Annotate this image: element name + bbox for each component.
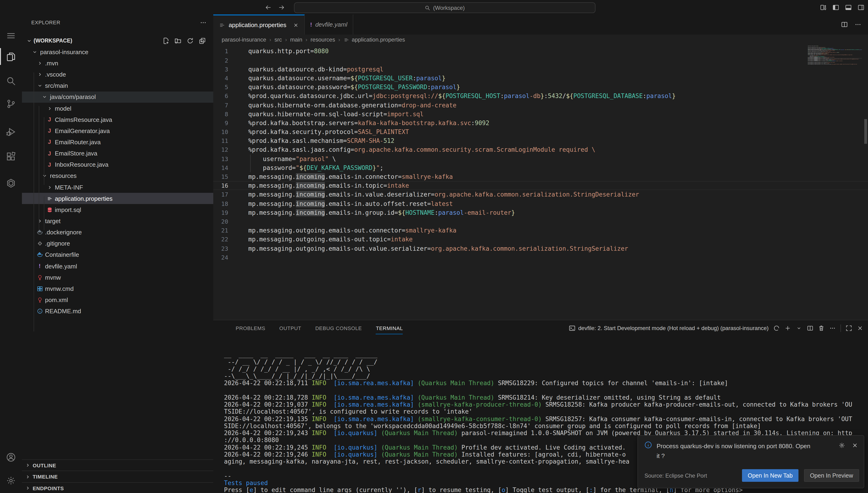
tree-item-.mvn[interactable]: .mvn xyxy=(22,58,213,69)
editor-more-actions-icon[interactable] xyxy=(854,21,862,28)
explorer-activity-icon[interactable] xyxy=(0,47,22,66)
code-line-5[interactable]: 5quarkus.datasource.password=${POSTGRESQ… xyxy=(213,83,868,91)
code-line-23[interactable]: 23mp.messaging.outgoing.emails-out.value… xyxy=(213,244,868,253)
run-and-debug-activity-icon[interactable] xyxy=(0,122,22,141)
code-line-4[interactable]: 4quarkus.datasource.username=${POSTGRESQ… xyxy=(213,74,868,83)
tree-item-pom.xml[interactable]: pom.xml xyxy=(22,294,213,305)
accounts-activity-icon[interactable] xyxy=(0,448,22,466)
code-line-13[interactable]: 13 username="parasol" \ xyxy=(213,154,868,163)
code-line-11[interactable]: 11%prod.kafka.sasl.mechanism=SCRAM-SHA-5… xyxy=(213,136,868,145)
sidebar-section-outline[interactable]: OUTLINE xyxy=(22,459,213,471)
tree-item-devfile.yaml[interactable]: !devfile.yaml xyxy=(22,260,213,272)
code-line-9[interactable]: 9%prod.kafka.bootstrap.servers=kafka-kaf… xyxy=(213,119,868,127)
tree-item-emailstore.java[interactable]: JEmailStore.java xyxy=(22,148,213,159)
tree-item-meta-inf[interactable]: META-INF xyxy=(22,181,213,193)
open-in-new-tab-button[interactable]: Open In New Tab xyxy=(742,469,798,482)
tree-item-import.sql[interactable]: import.sql xyxy=(22,204,213,215)
code-line-15[interactable]: 15mp.messaging.incoming.emails-in.connec… xyxy=(213,172,868,181)
breadcrumb-file[interactable]: application.properties xyxy=(343,37,405,43)
terminal-dropdown-icon[interactable] xyxy=(796,325,802,331)
minimap[interactable]: quarkus.http.port=8080quarkus.datasource… xyxy=(808,45,862,67)
code-line-12[interactable]: 12%prod.kafka.sasl.jaas.config=org.apach… xyxy=(213,145,868,154)
tree-item-java-com-parasol[interactable]: java/com/parasol xyxy=(22,91,213,103)
panel-tab-output[interactable]: OUTPUT xyxy=(279,320,301,336)
code-line-6[interactable]: 6%prod.quarkus.datasource.jdbc.url=jdbc:… xyxy=(213,92,868,101)
views-more-actions-icon[interactable] xyxy=(200,19,207,26)
forward-arrow-icon[interactable] xyxy=(278,4,285,10)
split-editor-icon[interactable] xyxy=(841,21,848,28)
search-activity-icon[interactable] xyxy=(0,71,22,90)
close-panel-icon[interactable] xyxy=(857,325,863,331)
code-line-3[interactable]: 3quarkus.datasource.db-kind=postgresql xyxy=(213,65,868,74)
sidebar-section-timeline[interactable]: TIMELINE xyxy=(22,471,213,483)
breadcrumb[interactable]: parasol-insurance›src›main›resources›app… xyxy=(213,35,868,45)
panel-more-actions-icon[interactable] xyxy=(829,325,836,331)
tree-item-src-main[interactable]: src/main xyxy=(22,80,213,91)
toggle-panel-icon[interactable] xyxy=(845,4,852,10)
sidebar-section-endpoints[interactable]: ENDPOINTS xyxy=(22,482,213,493)
tree-item-application.properties[interactable]: application.properties xyxy=(22,193,213,204)
tab-devfile.yaml[interactable]: !devfile.yaml xyxy=(305,15,353,35)
extensions-activity-icon[interactable] xyxy=(0,147,22,166)
kill-terminal-icon[interactable] xyxy=(818,325,825,331)
open-in-preview-button[interactable]: Open In Preview xyxy=(804,469,859,482)
command-center-search[interactable]: (Workspace) xyxy=(294,2,596,13)
split-terminal-icon[interactable] xyxy=(807,325,814,331)
tree-item-mvnw.cmd[interactable]: mvnw.cmd xyxy=(22,283,213,294)
code-line-16[interactable]: 16mp.messaging.incoming.emails-in.topic=… xyxy=(213,181,868,190)
workspace-section-header[interactable]: (WORKSPACE) xyxy=(22,35,213,46)
tree-item-model[interactable]: model xyxy=(22,103,213,114)
close-tab-icon[interactable] xyxy=(293,22,298,28)
settings-activity-icon[interactable] xyxy=(0,471,22,490)
refresh-icon[interactable] xyxy=(187,37,194,44)
tree-item-inboxresource.java[interactable]: JInboxResource.java xyxy=(22,159,213,170)
code-line-19[interactable]: 19mp.messaging.incoming.emails-in.group.… xyxy=(213,208,868,217)
tab-application.properties[interactable]: application.properties xyxy=(213,15,305,35)
code-line-14[interactable]: 14 password="${DEV_KAFKA_PASSWORD}"; xyxy=(213,164,868,172)
source-control-activity-icon[interactable] xyxy=(0,94,22,113)
tree-item-containerfile[interactable]: Containerfile xyxy=(22,249,213,260)
collapse-folders-icon[interactable] xyxy=(199,37,206,44)
code-line-1[interactable]: 1quarkus.http.port=8080 xyxy=(213,47,868,56)
editor-scrollbar[interactable] xyxy=(864,119,867,144)
code-line-2[interactable]: 2 xyxy=(213,56,868,65)
openshift-activity-icon[interactable] xyxy=(0,174,22,192)
code-line-18[interactable]: 18mp.messaging.incoming.emails-in.auto.o… xyxy=(213,199,868,208)
menu-activity-icon[interactable] xyxy=(0,26,22,45)
tree-item-mvnw[interactable]: mvnw xyxy=(22,272,213,283)
panel-tab-problems[interactable]: PROBLEMS xyxy=(236,320,265,336)
tree-item-emailrouter.java[interactable]: JEmailRouter.java xyxy=(22,136,213,148)
code-editor[interactable]: 1quarkus.http.port=808023quarkus.datasou… xyxy=(213,45,868,320)
code-line-17[interactable]: 17mp.messaging.incoming.emails-in.value.… xyxy=(213,190,868,199)
tree-item-.dockerignore[interactable]: .dockerignore xyxy=(22,227,213,238)
new-folder-icon[interactable] xyxy=(175,37,181,44)
customize-layout-icon[interactable] xyxy=(820,4,826,10)
new-terminal-icon[interactable] xyxy=(784,325,791,331)
terminal-session-label[interactable]: devfile: 2. Start Development mode (Hot … xyxy=(569,325,769,331)
new-file-icon[interactable] xyxy=(162,37,170,44)
code-line-8[interactable]: 8quarkus.hibernate-orm.sql-load-script=i… xyxy=(213,109,868,119)
breadcrumb-item[interactable]: src xyxy=(274,37,282,43)
tree-item-target[interactable]: target xyxy=(22,215,213,227)
tree-item-emailgenerator.java[interactable]: JEmailGenerator.java xyxy=(22,125,213,136)
tree-item-resources[interactable]: resources xyxy=(22,170,213,181)
maximize-panel-icon[interactable] xyxy=(846,325,852,331)
breadcrumb-item[interactable]: main xyxy=(290,37,302,43)
panel-tab-debug-console[interactable]: DEBUG CONSOLE xyxy=(315,320,362,336)
back-arrow-icon[interactable] xyxy=(265,4,272,10)
tree-item-claimsresource.java[interactable]: JClaimsResource.java xyxy=(22,114,213,125)
code-line-21[interactable]: 21mp.messaging.outgoing.emails-out.conne… xyxy=(213,226,868,235)
code-line-22[interactable]: 22mp.messaging.outgoing.emails-out.topic… xyxy=(213,235,868,244)
panel-tab-terminal[interactable]: TERMINAL xyxy=(376,320,403,336)
notification-settings-icon[interactable] xyxy=(839,442,845,449)
code-line-24[interactable]: 24 xyxy=(213,253,868,262)
code-line-7[interactable]: 7quarkus.hibernate-orm.database.generati… xyxy=(213,101,868,109)
code-line-10[interactable]: 10%prod.kafka.security.protocol=SASL_PLA… xyxy=(213,127,868,136)
toggle-sidebar-icon[interactable] xyxy=(832,4,839,10)
breadcrumb-item[interactable]: resources xyxy=(311,37,335,43)
tree-item-.gitignore[interactable]: .gitignore xyxy=(22,238,213,249)
tree-item-parasol-insurance[interactable]: parasol-insurance xyxy=(22,46,213,58)
tree-item-.vscode[interactable]: .vscode xyxy=(22,69,213,80)
tree-item-readme.md[interactable]: README.md xyxy=(22,305,213,317)
notification-close-icon[interactable] xyxy=(852,442,858,449)
